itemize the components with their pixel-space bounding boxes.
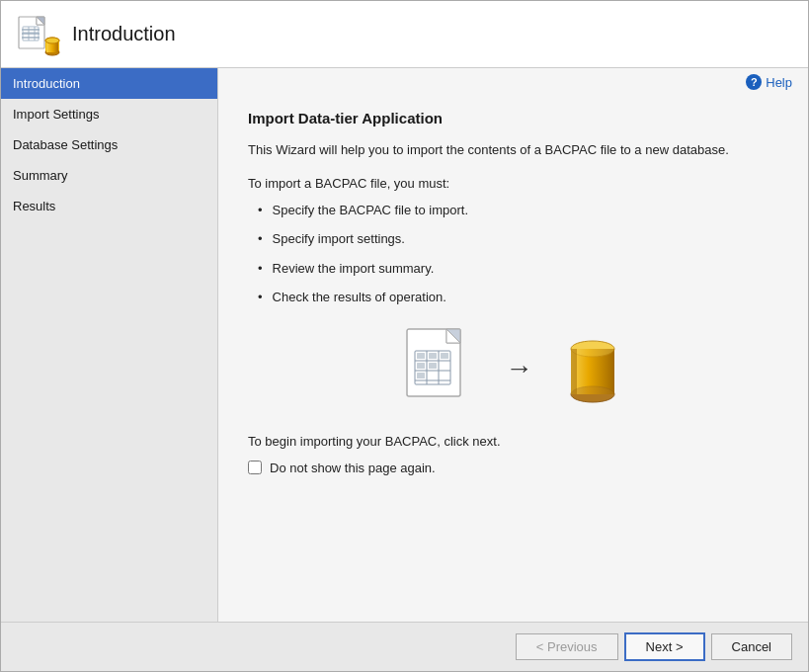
cancel-button[interactable]: Cancel — [711, 633, 792, 660]
header-title: Introduction — [72, 23, 176, 45]
intro-text: This Wizard will help you to import the … — [248, 140, 778, 160]
help-section: ? Help — [218, 68, 808, 90]
svg-rect-3 — [22, 29, 40, 31]
sidebar-item-introduction[interactable]: Introduction — [1, 68, 217, 99]
step-item-4: Check the results of operation. — [258, 288, 778, 307]
svg-rect-34 — [571, 349, 577, 394]
sidebar-item-results[interactable]: Results — [1, 191, 217, 221]
sidebar-item-import-settings[interactable]: Import Settings — [1, 99, 217, 129]
steps-list: Specify the BACPAC file to import. Speci… — [258, 201, 778, 307]
svg-point-14 — [45, 38, 59, 43]
svg-rect-5 — [22, 37, 40, 39]
illustration: → — [248, 327, 778, 410]
sidebar: Introduction Import Settings Database Se… — [1, 68, 218, 622]
steps-header: To import a BACPAC file, you must: — [248, 176, 778, 191]
header-icon — [17, 13, 60, 56]
sidebar-item-database-settings[interactable]: Database Settings — [1, 129, 217, 160]
section-title: Import Data-tier Application — [248, 110, 778, 126]
svg-rect-29 — [417, 373, 425, 378]
previous-button[interactable]: < Previous — [516, 633, 618, 660]
step-item-3: Review the import summary. — [258, 259, 778, 279]
svg-rect-28 — [429, 363, 437, 369]
header: Introduction — [1, 1, 808, 68]
main-panel: ? Help Import Data-tier Application This… — [218, 68, 808, 622]
footer: < Previous Next > Cancel — [1, 622, 808, 671]
svg-rect-25 — [429, 353, 437, 359]
svg-rect-27 — [417, 363, 425, 369]
help-label: Help — [766, 75, 792, 90]
step-item-2: Specify import settings. — [258, 229, 778, 249]
bacpac-file-icon — [405, 327, 476, 410]
body: Introduction Import Settings Database Se… — [1, 68, 808, 622]
database-icon — [563, 331, 622, 406]
dont-show-checkbox[interactable] — [248, 461, 262, 474]
dont-show-label[interactable]: Do not show this page again. — [270, 461, 436, 475]
sidebar-item-summary[interactable]: Summary — [1, 160, 217, 191]
bottom-text: To begin importing your BACPAC, click ne… — [248, 434, 778, 449]
checkbox-row: Do not show this page again. — [248, 461, 778, 475]
arrow-icon: → — [506, 353, 533, 384]
wizard-window: Introduction Introduction Import Setting… — [0, 0, 809, 672]
svg-rect-26 — [441, 353, 448, 359]
help-icon: ? — [746, 74, 762, 90]
help-link[interactable]: ? Help — [746, 74, 792, 90]
main-content: Import Data-tier Application This Wizard… — [218, 90, 808, 622]
next-button[interactable]: Next > — [624, 632, 705, 661]
svg-rect-24 — [417, 353, 425, 359]
step-item-1: Specify the BACPAC file to import. — [258, 201, 778, 220]
svg-rect-33 — [571, 349, 614, 394]
